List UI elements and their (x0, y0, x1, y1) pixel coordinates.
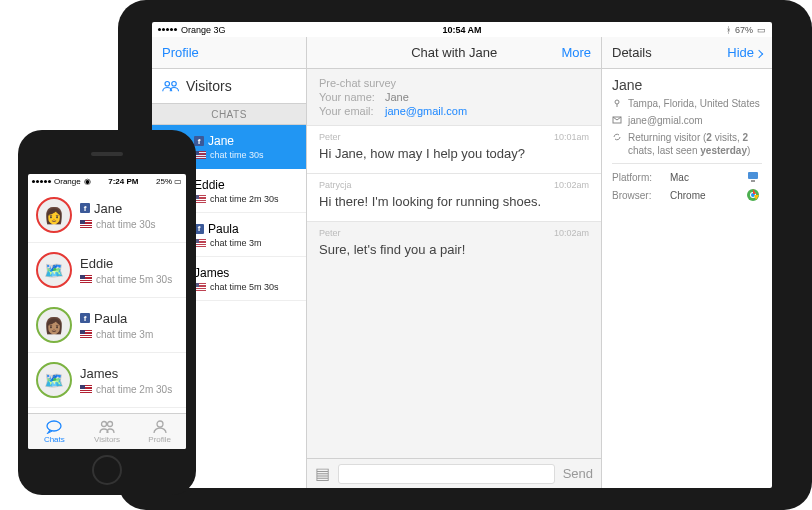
us-flag-icon (80, 385, 92, 393)
message-author: Patrycja (319, 180, 352, 190)
visitor-location: Tampa, Florida, United States (628, 97, 760, 110)
chat-item-name: Eddie (80, 256, 113, 271)
chat-item-james[interactable]: 🗺️Jameschat time 2m 30s (28, 353, 186, 408)
survey-title: Pre-chat survey (319, 77, 589, 89)
bluetooth-icon: ᚼ (726, 25, 731, 35)
facebook-icon: f (194, 136, 204, 146)
chat-item-eddie[interactable]: 🗺️Eddiechat time 5m 30s (28, 243, 186, 298)
iphone-tabbar: Chats Visitors Profile (28, 413, 186, 449)
message-author: Peter (319, 228, 341, 238)
signal-dots-icon (158, 28, 177, 31)
message-author: Peter (319, 132, 341, 142)
chrome-icon (746, 188, 760, 202)
chat-bubble-icon (45, 420, 63, 434)
svg-point-1 (172, 82, 177, 87)
clock: 10:54 AM (442, 25, 481, 35)
chat-item-jane[interactable]: 👩fJanechat time 30s (28, 188, 186, 243)
platform-value: Mac (670, 172, 738, 183)
refresh-icon (612, 132, 622, 142)
us-flag-icon (80, 275, 92, 283)
iphone-speaker (91, 152, 123, 156)
pin-icon (612, 98, 622, 108)
visitors-icon (162, 79, 180, 93)
carrier-label: Orange (54, 177, 81, 186)
battery-label: 25% (156, 177, 172, 186)
visitors-icon (98, 420, 116, 434)
visitor-name: Jane (612, 77, 762, 93)
profile-icon (151, 420, 169, 434)
send-button[interactable]: Send (563, 466, 593, 481)
visitor-returning: Returning visitor (2 visits, 2 chats, la… (628, 131, 762, 157)
visitors-label: Visitors (186, 78, 232, 94)
pre-chat-survey: Pre-chat survey Your name:Jane Your emai… (307, 69, 601, 125)
visitors-header[interactable]: Visitors (152, 69, 306, 103)
message-text: Sure, let's find you a pair! (319, 242, 589, 259)
tab-visitors[interactable]: Visitors (81, 414, 134, 449)
message-input[interactable] (338, 464, 555, 484)
survey-name-value: Jane (385, 91, 409, 103)
mail-icon (612, 115, 622, 125)
facebook-icon: f (80, 313, 90, 323)
platform-label: Platform: (612, 172, 662, 183)
survey-email-value[interactable]: jane@gmail.com (385, 105, 467, 117)
chat-title: Chat with Jane (411, 45, 497, 60)
chat-item-name: Paula (94, 311, 127, 326)
chevron-right-icon (755, 49, 763, 57)
chat-item-sub: chat time 30s (96, 219, 155, 230)
svg-rect-4 (748, 172, 758, 179)
survey-email-label: Your email: (319, 105, 381, 117)
message-time: 10:01am (554, 132, 589, 142)
facebook-icon: f (80, 203, 90, 213)
browser-value: Chrome (670, 190, 738, 201)
battery-icon: ▭ (174, 177, 182, 186)
avatar: 🗺️ (36, 252, 72, 288)
chat-item-sub: chat time 3m (96, 329, 153, 340)
iphone-home-button[interactable] (92, 455, 122, 485)
chat-item-name: James (194, 266, 229, 280)
avatar: 🗺️ (36, 362, 72, 398)
more-link[interactable]: More (561, 45, 591, 60)
attachment-icon[interactable]: ▤ (315, 464, 330, 483)
message: Peter10:02amSure, let's find you a pair! (307, 221, 601, 269)
chat-item-name: Eddie (194, 178, 225, 192)
svg-rect-5 (751, 180, 755, 182)
mac-icon (746, 170, 760, 184)
chat-item-sub: chat time 5m 30s (96, 274, 172, 285)
iphone-status-bar: Orange ◉ 7:24 PM 25% ▭ (28, 174, 186, 188)
chat-pane: Pre-chat survey Your name:Jane Your emai… (307, 69, 602, 488)
iphone-device: Orange ◉ 7:24 PM 25% ▭ 👩fJanechat time 3… (18, 130, 196, 495)
survey-name-label: Your name: (319, 91, 381, 103)
ipad-navbar: Profile Chat with Jane More Details Hide (152, 37, 772, 69)
details-title: Details (612, 45, 652, 60)
message-list: Peter10:01amHi Jane, how may I help you … (307, 125, 601, 269)
browser-label: Browser: (612, 190, 662, 201)
ipad-device: Orange 3G 10:54 AM ᚼ 67% ▭ Profile Chat … (118, 0, 812, 510)
svg-point-12 (157, 421, 163, 427)
message-input-bar: ▤ Send (307, 458, 601, 488)
chat-item-sub: chat time 2m 30s (96, 384, 172, 395)
us-flag-icon (80, 220, 92, 228)
tab-chats[interactable]: Chats (28, 414, 81, 449)
message: Peter10:01amHi Jane, how may I help you … (307, 125, 601, 173)
hide-link[interactable]: Hide (727, 45, 762, 60)
iphone-chat-list: 👩fJanechat time 30s🗺️Eddiechat time 5m 3… (28, 188, 186, 413)
iphone-screen: Orange ◉ 7:24 PM 25% ▭ 👩fJanechat time 3… (28, 174, 186, 449)
ipad-status-bar: Orange 3G 10:54 AM ᚼ 67% ▭ (152, 22, 772, 37)
chat-item-name: James (80, 366, 118, 381)
message-time: 10:02am (554, 228, 589, 238)
svg-point-2 (615, 100, 619, 104)
details-pane: Jane Tampa, Florida, United States jane@… (602, 69, 772, 488)
visitor-email: jane@gmial.com (628, 114, 703, 127)
tab-profile[interactable]: Profile (133, 414, 186, 449)
message-text: Hi Jane, how may I help you today? (319, 146, 589, 163)
chat-item-sub: chat time 3m (210, 238, 262, 248)
svg-point-0 (165, 82, 170, 87)
profile-link[interactable]: Profile (162, 45, 199, 60)
chat-item-name: Jane (94, 201, 122, 216)
battery-icon: ▭ (757, 25, 766, 35)
svg-point-11 (108, 421, 113, 426)
ipad-screen: Orange 3G 10:54 AM ᚼ 67% ▭ Profile Chat … (152, 22, 772, 488)
battery-label: 67% (735, 25, 753, 35)
chat-item-paula[interactable]: 👩🏽fPaulachat time 3m (28, 298, 186, 353)
signal-dots-icon (32, 180, 51, 183)
